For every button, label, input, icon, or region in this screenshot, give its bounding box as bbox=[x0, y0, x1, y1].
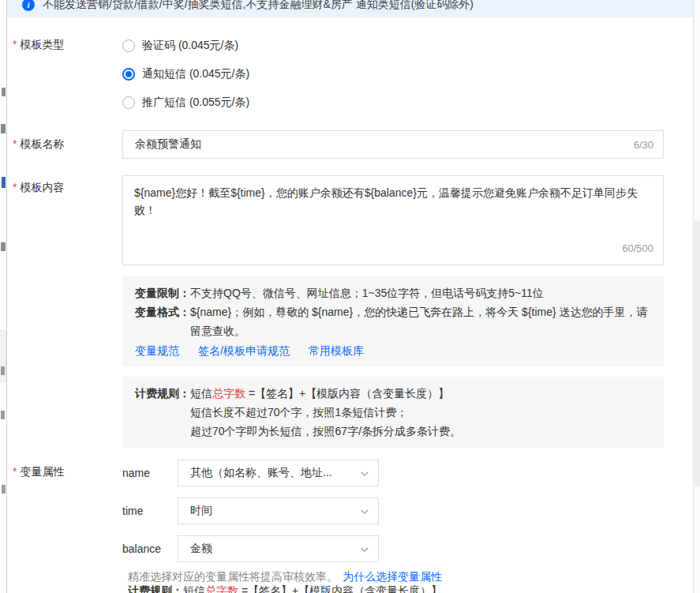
attr-key-name: name bbox=[122, 467, 178, 479]
radio-option-promotion-sms[interactable]: 推广短信 (0.055元/条) bbox=[122, 95, 249, 111]
vertical-scrollbar[interactable] bbox=[693, 0, 700, 593]
clipped-content-fragment bbox=[1, 242, 6, 251]
clipped-underlying-page bbox=[0, 0, 6, 593]
attr-row-balance: balance 金额 bbox=[122, 535, 379, 562]
variable-attrs-rows: name 其他（如名称、账号、地址... time 时间 bbox=[122, 460, 379, 562]
radio-selected-icon bbox=[122, 68, 135, 81]
attr-row-time: time 时间 bbox=[122, 497, 379, 524]
billing-line-2: 短信长度不超过70个字，按照1条短信计费； bbox=[190, 403, 651, 422]
info-icon: i bbox=[22, 0, 35, 11]
scrollbar-thumb[interactable] bbox=[694, 220, 700, 487]
billing-line-3: 超过70个字即为长短信，按照67字/条拆分成多条计费。 bbox=[190, 422, 651, 441]
radio-unselected-icon bbox=[122, 39, 135, 52]
template-name-label: *模板名称 bbox=[13, 137, 122, 152]
tip-text: 精准选择对应的变量属性将提高审核效率。 bbox=[128, 570, 338, 583]
attr-key-balance: balance bbox=[122, 542, 178, 555]
variable-attrs-label: *变量属性 bbox=[13, 460, 122, 562]
attr-balance-selected-value: 金额 bbox=[190, 542, 212, 556]
template-form: *模板类型 验证码 (0.045元/条) 通知短信 (0.045元/条) 推广短… bbox=[7, 38, 693, 593]
radio-label: 验证码 (0.045元/条) bbox=[142, 39, 238, 53]
radio-label: 通知短信 (0.045元/条) bbox=[142, 67, 249, 81]
clipped-content-fragment bbox=[2, 88, 6, 96]
clipped-content-fragment bbox=[1, 366, 5, 375]
chevron-down-icon bbox=[359, 506, 370, 520]
attr-row-name: name 其他（如名称、账号、地址... bbox=[122, 460, 379, 486]
attr-name-selected-value: 其他（如名称、账号、地址... bbox=[190, 466, 332, 480]
content-char-counter: 60/500 bbox=[622, 240, 653, 257]
variable-rules-box: 变量限制： 不支持QQ号、微信号、网址信息；1~35位字符，但电话号码支持5~1… bbox=[122, 276, 664, 366]
info-banner: i 不能发送营销/贷款/借款/中奖/抽奖类短信,不支持金融理财&房产 通知类短信… bbox=[7, 0, 693, 17]
chevron-down-icon bbox=[359, 544, 370, 557]
billing-line-1: 短信总字数 =【签名】+【模版内容（含变量长度）】 bbox=[190, 384, 651, 403]
radio-unselected-icon bbox=[122, 96, 135, 109]
variable-format-text: ${name}；例如，尊敬的 ${name}，您的快递已飞奔在路上，将今天 ${… bbox=[190, 302, 651, 340]
clipped-billing-line: 计费规则：短信总字数 =【签名】+【模版内容（含变量长度）】 bbox=[128, 585, 693, 593]
attr-time-selected-value: 时间 bbox=[190, 504, 212, 518]
billing-total-chars-highlight: 总字数 bbox=[212, 387, 245, 400]
template-content-label: *模板内容 bbox=[13, 175, 122, 265]
link-common-template-library[interactable]: 常用模板库 bbox=[309, 341, 364, 360]
template-type-label: *模板类型 bbox=[13, 38, 122, 111]
attr-name-select[interactable]: 其他（如名称、账号、地址... bbox=[178, 460, 379, 486]
name-char-counter: 6/30 bbox=[634, 139, 653, 151]
billing-rules-box: 计费规则： 短信总字数 =【签名】+【模版内容（含变量长度）】 短信长度不超过7… bbox=[122, 377, 664, 448]
template-type-options: 验证码 (0.045元/条) 通知短信 (0.045元/条) 推广短信 (0.0… bbox=[122, 38, 249, 111]
template-content-value: ${name}您好！截至${time}，您的账户余额还有${balance}元，… bbox=[134, 186, 638, 216]
required-asterisk: * bbox=[13, 181, 17, 193]
radio-option-notification-sms[interactable]: 通知短信 (0.045元/条) bbox=[122, 66, 249, 82]
link-variable-spec[interactable]: 变量规范 bbox=[135, 341, 179, 360]
billing-rules-label: 计费规则： bbox=[135, 384, 190, 441]
sms-template-form-panel: i 不能发送营销/贷款/借款/中奖/抽奖类短信,不支持金融理财&房产 通知类短信… bbox=[7, 0, 693, 593]
clipped-content-fragment bbox=[1, 411, 5, 419]
link-signature-template-spec[interactable]: 签名/模板申请规范 bbox=[198, 341, 290, 360]
template-name-input[interactable]: 余额预警通知 6/30 bbox=[122, 130, 664, 159]
clipped-content-fragment bbox=[1, 124, 6, 133]
attr-key-time: time bbox=[122, 505, 178, 517]
radio-label: 推广短信 (0.055元/条) bbox=[142, 96, 249, 110]
chevron-down-icon bbox=[359, 468, 370, 482]
variable-attrs-tip: 精准选择对应的变量属性将提高审核效率。为什么选择变量属性 bbox=[128, 570, 693, 584]
variable-limit-text: 不支持QQ号、微信号、网址信息；1~35位字符，但电话号码支持5~11位 bbox=[190, 283, 651, 302]
variable-format-label: 变量格式： bbox=[135, 302, 190, 340]
clipped-content-fragment bbox=[2, 485, 6, 494]
template-content-textarea[interactable]: ${name}您好！截至${time}，您的账户余额还有${balance}元，… bbox=[122, 175, 664, 265]
required-asterisk: * bbox=[13, 137, 17, 150]
attr-balance-select[interactable]: 金额 bbox=[178, 535, 379, 562]
attr-time-select[interactable]: 时间 bbox=[178, 497, 379, 524]
required-asterisk: * bbox=[13, 38, 17, 51]
link-why-choose-variable-attrs[interactable]: 为什么选择变量属性 bbox=[343, 570, 442, 583]
clipped-content-fragment bbox=[2, 177, 6, 188]
template-name-value: 余额预警通知 bbox=[135, 137, 201, 152]
variable-limit-label: 变量限制： bbox=[135, 283, 190, 302]
banner-text: 不能发送营销/贷款/借款/中奖/抽奖类短信,不支持金融理财&房产 通知类短信(验… bbox=[43, 0, 474, 12]
required-asterisk: * bbox=[13, 465, 17, 478]
radio-option-verification-code[interactable]: 验证码 (0.045元/条) bbox=[122, 38, 249, 54]
